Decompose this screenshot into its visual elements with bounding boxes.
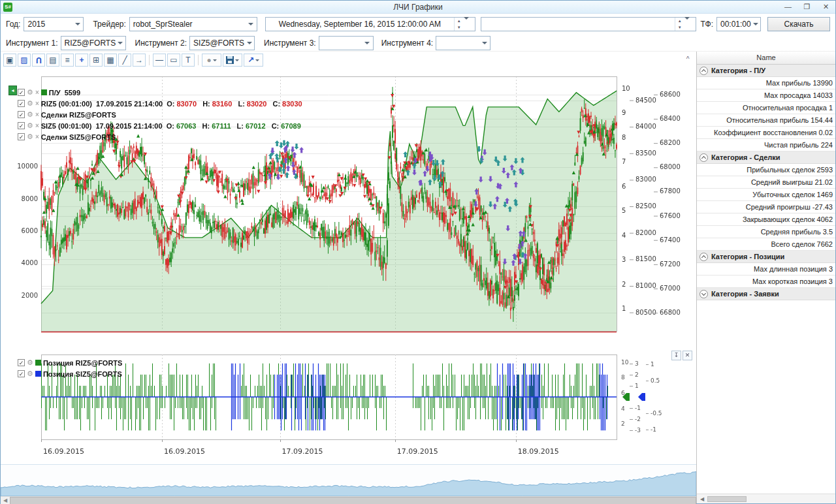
spinner-up-icon[interactable]: ▲	[675, 18, 684, 24]
legend-icon[interactable]: ▤	[46, 54, 59, 67]
scrollbar-thumb[interactable]	[707, 496, 747, 502]
stat-row[interactable]: Мах короткая позиция 3	[697, 276, 835, 288]
collapse-chart-button[interactable]: ^	[682, 55, 694, 65]
stat-row[interactable]: Всего сделок 7662	[697, 238, 835, 251]
download-button[interactable]: Скачать	[767, 17, 830, 31]
stat-row[interactable]: Чистая прибыль 224	[697, 139, 835, 151]
close-icon[interactable]: ×	[35, 122, 39, 129]
close-icon[interactable]: ×	[35, 89, 39, 96]
chevron-down-icon[interactable]	[244, 37, 254, 50]
gear-icon[interactable]: ⚙	[27, 100, 33, 107]
extra-spinbox[interactable]: ▲ ▼	[481, 17, 696, 31]
stat-row[interactable]: Мах прибыль 13990	[697, 77, 835, 89]
maximize-button[interactable]: ❐	[797, 1, 816, 13]
stats-group-trades[interactable]: Категория - Сделки	[697, 151, 835, 164]
instrument2-combobox[interactable]: SIZ5@FORTS	[189, 36, 255, 50]
close-button[interactable]: ✕	[816, 1, 835, 13]
gear-icon[interactable]: ⚙	[27, 359, 33, 366]
tf-combobox[interactable]: 00:01:00	[716, 17, 761, 31]
magnet-icon[interactable]: U	[32, 54, 45, 67]
chevron-down-icon[interactable]	[72, 18, 83, 31]
chevron-down-icon[interactable]	[362, 37, 373, 50]
stat-row[interactable]: Убыточных сделок 1469	[697, 189, 835, 201]
year-combobox[interactable]: 2015	[24, 17, 84, 31]
scroll-left-icon[interactable]: ◀	[697, 496, 707, 502]
spinner-up-icon[interactable]: ▲	[455, 18, 464, 24]
chevron-down-icon[interactable]	[684, 20, 696, 29]
instrument4-combobox[interactable]	[436, 36, 490, 50]
scroll-left-icon[interactable]: ◀	[1, 497, 10, 504]
checkbox[interactable]: ✓	[18, 359, 25, 366]
crosshair-icon[interactable]: +	[75, 54, 88, 67]
positions-chart[interactable]: ✓ ⚙ Позиция RIZ5@FORTS ✓ ⚙ Позиция SIZ5@…	[1, 348, 696, 464]
checkbox[interactable]: ✓	[18, 122, 25, 129]
stat-row[interactable]: Закрывающих сделок 4062	[697, 213, 835, 226]
arrow-tool-icon[interactable]: →	[133, 54, 146, 67]
stat-row[interactable]: Относительная просадка 1	[697, 102, 835, 114]
checkbox[interactable]: ✓	[18, 111, 25, 118]
chart-navigator[interactable]	[1, 464, 696, 496]
stats-horizontal-scrollbar[interactable]: ◀	[697, 494, 835, 503]
gear-icon[interactable]: ⚙	[27, 111, 33, 118]
stat-row[interactable]: Мах длинная позиция 3	[697, 263, 835, 276]
stats-group-positions[interactable]: Категория - Позиции	[697, 251, 835, 263]
main-chart[interactable]: ◂ ✓ ⚙ × П/У 5599 ✓ ⚙ ×	[1, 69, 696, 348]
stat-row[interactable]: Средний выигрыш 21.02	[697, 176, 835, 189]
gear-icon[interactable]: ⚙	[27, 370, 33, 377]
trendline-tool-icon[interactable]: ╱	[118, 54, 131, 67]
close-icon[interactable]: ×	[35, 111, 39, 118]
close-panel-icon[interactable]: ✕	[683, 351, 692, 360]
rect-tool-icon[interactable]: ▭	[167, 54, 180, 67]
text-tool-icon[interactable]: T	[182, 54, 195, 67]
chevron-down-icon[interactable]	[246, 18, 257, 31]
hline-tool-icon[interactable]: —	[153, 54, 166, 67]
chevron-down-icon[interactable]	[751, 18, 760, 31]
stats-header[interactable]: Name	[697, 52, 835, 65]
collapse-down-icon[interactable]	[699, 290, 708, 298]
navigator-canvas[interactable]	[1, 465, 696, 496]
scrollbar-thumb[interactable]	[10, 497, 696, 504]
instrument3-combobox[interactable]	[319, 36, 374, 50]
trader-combobox[interactable]: robot_SprStealer	[129, 17, 257, 31]
spinner-down-icon[interactable]: ▼	[675, 24, 684, 31]
chevron-down-icon[interactable]	[479, 37, 490, 50]
stat-row[interactable]: Средний проигрыш -27.43	[697, 201, 835, 213]
datetime-spinner[interactable]: ▲ ▼	[454, 18, 464, 31]
close-icon[interactable]: ×	[35, 133, 39, 140]
horizontal-scrollbar[interactable]: ◀	[1, 496, 696, 504]
chevron-down-icon[interactable]	[464, 20, 475, 29]
stat-row[interactable]: Мах просадка 14033	[697, 89, 835, 102]
checkbox[interactable]: ✓	[18, 370, 25, 377]
checkbox[interactable]: ✓	[18, 133, 25, 140]
indicator-icon[interactable]: ▨	[18, 54, 31, 67]
gear-icon[interactable]: ⚙	[27, 133, 33, 140]
split-panes-icon[interactable]: ⊞	[89, 54, 103, 67]
stats-group-orders[interactable]: Категория - Заявки	[697, 288, 835, 300]
pin-icon[interactable]: ↧	[671, 351, 681, 360]
stat-row[interactable]: Прибыльных сделок 2593	[697, 164, 835, 176]
close-icon[interactable]: ×	[35, 100, 39, 107]
color-picker[interactable]: ●	[202, 54, 221, 67]
collapse-up-icon[interactable]	[699, 253, 708, 261]
collapse-up-icon[interactable]	[699, 153, 708, 162]
grid-icon[interactable]: ▦	[104, 54, 117, 67]
save-button[interactable]	[223, 54, 242, 67]
spinner-down-icon[interactable]: ▼	[455, 24, 464, 31]
stat-row[interactable]: Средняя прибыль 3.5	[697, 226, 835, 238]
datetime-picker[interactable]: Wednesday, September 16, 2015 12:00:00 A…	[265, 17, 475, 31]
checkbox[interactable]: ✓	[18, 100, 25, 107]
checkbox[interactable]: ✓	[18, 89, 25, 96]
rows-icon[interactable]: ≡	[61, 54, 74, 67]
stat-row[interactable]: Относительная прибыль 154.44	[697, 114, 835, 127]
chart-frame-icon[interactable]: ▣	[3, 54, 16, 67]
stat-row[interactable]: Коэффициент восстановления 0.02	[697, 127, 835, 139]
series-drag-handle[interactable]: ◂	[8, 86, 17, 95]
extra-spinner[interactable]: ▲ ▼	[675, 18, 684, 31]
instrument1-combobox[interactable]: RIZ5@FORTS	[61, 36, 126, 50]
collapse-up-icon[interactable]	[699, 67, 708, 75]
gear-icon[interactable]: ⚙	[27, 122, 33, 129]
export-button[interactable]: ↗	[244, 54, 263, 67]
chevron-down-icon[interactable]	[116, 37, 125, 50]
gear-icon[interactable]: ⚙	[27, 89, 33, 96]
minimize-button[interactable]: —	[779, 1, 797, 13]
